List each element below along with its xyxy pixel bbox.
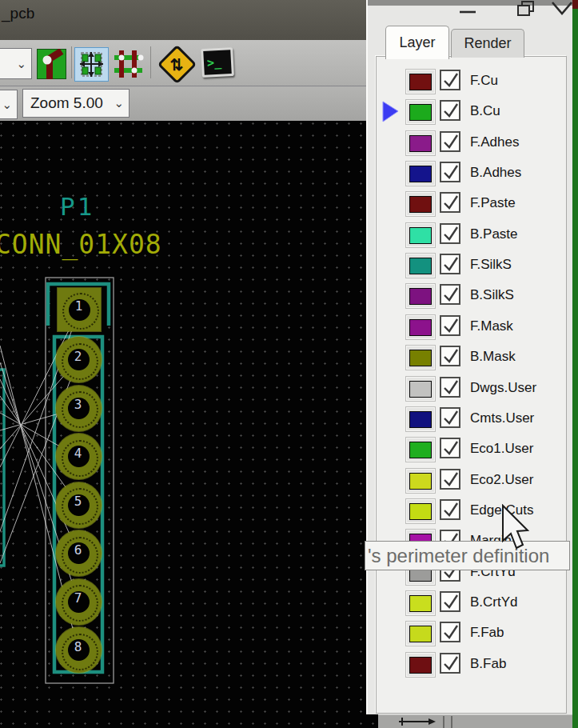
- restore-icon[interactable]: [515, 0, 537, 20]
- layer-visibility-checkbox[interactable]: [440, 653, 460, 674]
- layer-row-B.CrtYd[interactable]: B.CrtYd: [377, 587, 566, 618]
- layer-row-F.Cu[interactable]: F.Cu: [377, 66, 566, 96]
- tab-layer[interactable]: Layer: [385, 26, 449, 59]
- layer-color-swatch[interactable]: [405, 130, 436, 156]
- layer-visibility-checkbox[interactable]: [440, 131, 460, 152]
- layer-label[interactable]: Eco2.User: [470, 465, 533, 495]
- layer-label[interactable]: F.SilkS: [470, 250, 512, 280]
- layer-visibility-checkbox[interactable]: [440, 100, 460, 121]
- track-width-select[interactable]: ⌄: [0, 48, 32, 79]
- layer-label[interactable]: B.SilkS: [470, 280, 514, 310]
- layer-row-Eco1.User[interactable]: Eco1.User: [377, 434, 566, 464]
- layer-row-Eco2.User[interactable]: Eco2.User: [377, 465, 566, 495]
- layer-row-Dwgs.User[interactable]: Dwgs.User: [377, 373, 566, 403]
- footprint-move-button[interactable]: [74, 47, 109, 82]
- layer-color-swatch[interactable]: [405, 652, 436, 678]
- layer-label[interactable]: B.Fab: [470, 649, 506, 679]
- layer-label[interactable]: B.Mask: [470, 342, 516, 372]
- layer-color-swatch[interactable]: [405, 283, 436, 309]
- layer-row-F.Fab[interactable]: F.Fab: [377, 618, 566, 648]
- close-icon[interactable]: [550, 0, 572, 20]
- layer-color-swatch[interactable]: [405, 590, 436, 616]
- layer-label[interactable]: B.Paste: [470, 219, 518, 250]
- layer-color-swatch[interactable]: [405, 406, 436, 432]
- grid-select[interactable]: ⌄: [0, 90, 18, 119]
- pad-2: 2: [56, 337, 102, 382]
- layer-label[interactable]: B.CrtYd: [470, 587, 518, 618]
- minimize-icon[interactable]: [458, 0, 478, 20]
- layer-color-swatch[interactable]: [405, 161, 436, 186]
- layer-visibility-checkbox[interactable]: [440, 438, 460, 458]
- layer-label[interactable]: F.Fab: [470, 618, 504, 648]
- pad-7: 7: [56, 579, 102, 625]
- layer-color-swatch[interactable]: [405, 621, 436, 646]
- window-title: _pcb: [2, 5, 34, 22]
- checkmark-icon: [441, 593, 460, 612]
- ratsnest-toggle-button[interactable]: [113, 49, 144, 79]
- layer-row-B.Cu[interactable]: B.Cu: [377, 96, 566, 126]
- layer-label[interactable]: F.Adhes: [470, 127, 519, 158]
- layer-visibility-checkbox[interactable]: [440, 346, 460, 366]
- layer-color-swatch[interactable]: [405, 69, 436, 94]
- layer-color-swatch[interactable]: [405, 345, 436, 370]
- layer-row-Edge.Cuts[interactable]: Edge.Cuts: [377, 495, 566, 526]
- layer-color-swatch[interactable]: [405, 437, 436, 462]
- layer-visibility-checkbox[interactable]: [440, 223, 460, 244]
- swap-layers-button[interactable]: ⇅: [161, 48, 193, 80]
- layer-manager-panel: Layer Render F.CuB.CuF.AdhesB.AdhesF.Pas…: [366, 0, 572, 714]
- layer-row-B.Fab[interactable]: B.Fab: [377, 649, 566, 679]
- layer-label[interactable]: B.Cu: [470, 96, 500, 126]
- layer-label[interactable]: F.Cu: [470, 66, 498, 96]
- layer-visibility-checkbox[interactable]: [440, 469, 460, 490]
- pad-1: 1: [58, 288, 101, 331]
- layer-row-F.SilkS[interactable]: F.SilkS: [377, 250, 566, 280]
- layer-color-swatch[interactable]: [405, 498, 436, 524]
- layer-visibility-checkbox[interactable]: [440, 499, 460, 520]
- add-track-button[interactable]: [37, 49, 66, 79]
- zoom-select-value: Zoom 5.00: [30, 94, 103, 112]
- layer-visibility-checkbox[interactable]: [440, 377, 460, 398]
- layer-visibility-checkbox[interactable]: [440, 162, 460, 182]
- layer-row-B.Paste[interactable]: B.Paste: [377, 219, 566, 250]
- layer-label[interactable]: F.Mask: [470, 311, 513, 342]
- pad-8: 8: [56, 627, 102, 673]
- layer-label[interactable]: Cmts.User: [470, 403, 534, 434]
- layer-color-swatch[interactable]: [405, 191, 436, 217]
- layer-color-swatch[interactable]: [405, 222, 436, 248]
- layer-visibility-checkbox[interactable]: [440, 254, 460, 274]
- layer-label[interactable]: B.Adhes: [470, 158, 521, 188]
- layer-color-swatch[interactable]: [405, 314, 436, 340]
- checkmark-icon: [441, 102, 460, 121]
- tab-render[interactable]: Render: [451, 29, 524, 58]
- layer-label[interactable]: Dwgs.User: [470, 373, 536, 403]
- pad-5: 5: [56, 482, 102, 528]
- layer-row-Cmts.User[interactable]: Cmts.User: [377, 403, 566, 434]
- pad-4: 4: [56, 434, 102, 479]
- layer-row-B.Mask[interactable]: B.Mask: [377, 342, 566, 372]
- layer-label[interactable]: Eco1.User: [470, 434, 533, 464]
- layer-color-swatch[interactable]: [405, 468, 436, 494]
- layer-row-B.SilkS[interactable]: B.SilkS: [377, 280, 566, 310]
- layer-label[interactable]: F.Paste: [470, 188, 516, 218]
- component-value: CONN_01X08: [0, 229, 162, 260]
- layer-row-F.Adhes[interactable]: F.Adhes: [377, 127, 566, 158]
- checkmark-icon: [441, 133, 460, 152]
- layer-color-swatch[interactable]: [405, 376, 436, 402]
- layer-visibility-checkbox[interactable]: [440, 591, 460, 612]
- layer-visibility-checkbox[interactable]: [440, 284, 460, 305]
- layer-visibility-checkbox[interactable]: [440, 192, 460, 213]
- layer-visibility-checkbox[interactable]: [440, 407, 460, 428]
- layer-color-swatch[interactable]: [405, 99, 436, 125]
- layer-row-B.Adhes[interactable]: B.Adhes: [377, 158, 566, 188]
- checkmark-icon: [441, 194, 460, 213]
- layer-color-swatch[interactable]: [405, 253, 436, 278]
- layer-visibility-checkbox[interactable]: [440, 70, 460, 90]
- layer-row-F.Mask[interactable]: F.Mask: [377, 311, 566, 342]
- zoom-select[interactable]: Zoom 5.00 ⌄: [22, 89, 130, 118]
- pan-arrow-icon[interactable]: [378, 715, 474, 728]
- scripting-console-button[interactable]: >_: [201, 48, 233, 77]
- layer-visibility-checkbox[interactable]: [440, 622, 460, 642]
- checkmark-icon: [441, 71, 460, 90]
- layer-visibility-checkbox[interactable]: [440, 315, 460, 336]
- layer-row-F.Paste[interactable]: F.Paste: [377, 188, 566, 218]
